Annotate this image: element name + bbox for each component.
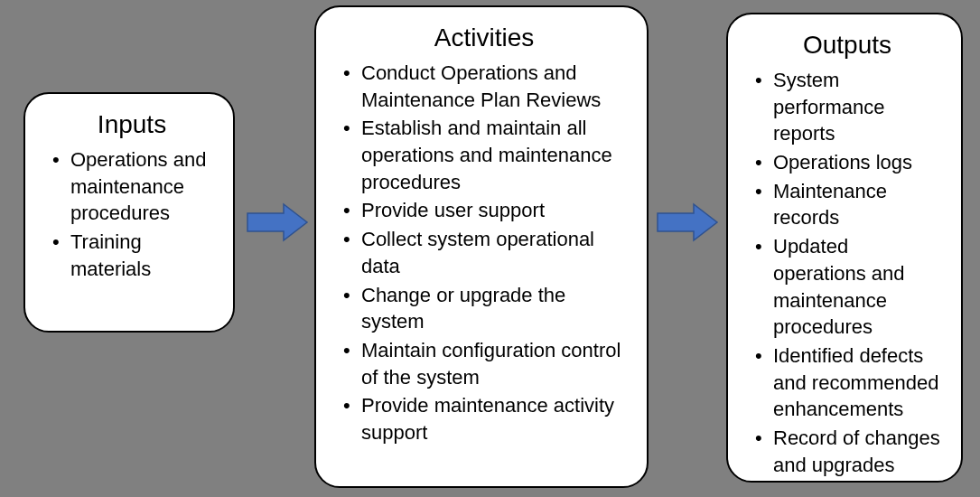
list-item: Identified defects and recommended enhan… — [753, 342, 947, 423]
list-item: Change or upgrade the system — [341, 282, 632, 335]
activities-list: Conduct Operations and Maintenance Plan … — [336, 60, 632, 446]
list-item: Collect system operational data — [341, 226, 632, 279]
list-item: Operations and maintenance procedures — [51, 146, 219, 227]
list-item: Conduct Operations and Maintenance Plan … — [341, 60, 632, 113]
activities-box: Activities Conduct Operations and Mainte… — [314, 5, 649, 488]
outputs-list: System performance reports Operations lo… — [748, 67, 947, 478]
arrow-right-icon — [246, 202, 309, 242]
arrow-right-icon — [656, 202, 719, 242]
list-item: Provide maintenance activity support — [341, 392, 632, 445]
list-item: Updated operations and maintenance proce… — [753, 233, 947, 341]
inputs-box: Inputs Operations and maintenance proced… — [23, 92, 235, 333]
list-item: Training materials — [51, 229, 219, 282]
inputs-list: Operations and maintenance procedures Tr… — [45, 146, 219, 282]
list-item: Record of changes and upgrades — [753, 425, 947, 478]
list-item: Provide user support — [341, 197, 632, 224]
svg-marker-1 — [658, 204, 717, 240]
list-item: System performance reports — [753, 67, 947, 147]
list-item: Establish and maintain all operations an… — [341, 115, 632, 195]
list-item: Maintenance records — [753, 178, 947, 231]
activities-title: Activities — [336, 23, 632, 52]
inputs-title: Inputs — [45, 110, 219, 139]
list-item: Maintain configuration control of the sy… — [341, 337, 632, 390]
svg-marker-0 — [247, 204, 307, 240]
outputs-box: Outputs System performance reports Opera… — [726, 13, 963, 483]
list-item: Operations logs — [753, 149, 947, 176]
outputs-title: Outputs — [748, 31, 947, 60]
